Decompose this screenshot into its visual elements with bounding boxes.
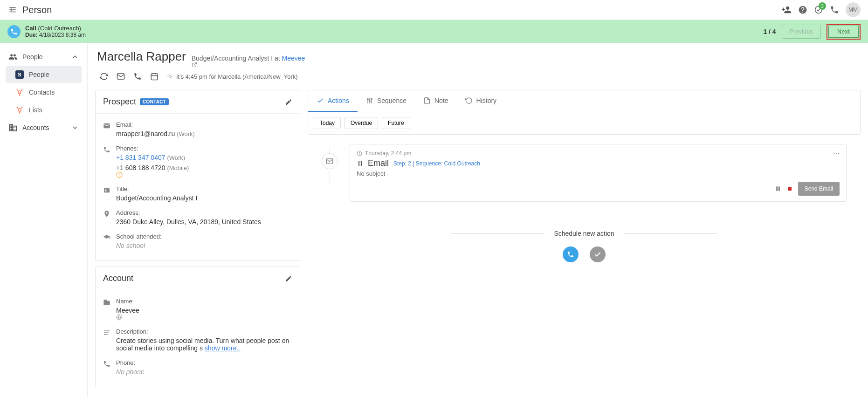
account-title: Account — [103, 274, 133, 283]
sequence-icon — [357, 160, 363, 167]
svg-line-33 — [168, 78, 169, 78]
badge-icon — [103, 186, 111, 194]
tasks-icon[interactable]: 3 — [814, 5, 823, 14]
add-person-icon[interactable] — [781, 5, 792, 15]
external-link-icon[interactable] — [192, 62, 308, 68]
sidebar-people-label: People — [22, 53, 43, 61]
svg-rect-22 — [151, 74, 158, 80]
action-time: Thursday, 2:44 pm — [365, 150, 411, 157]
action-step[interactable]: Step: 2 | Sequence: Cold Outreach — [393, 160, 480, 167]
hubspot-icon — [15, 105, 24, 115]
svg-line-20 — [194, 63, 197, 66]
more-icon[interactable]: ⋯ — [833, 150, 840, 157]
email-icon[interactable] — [117, 72, 125, 81]
school-label: School attended: — [116, 233, 292, 240]
chevron-down-icon — [71, 124, 79, 131]
school-value: No school — [116, 242, 145, 249]
phone1-value[interactable]: +1 831 347 0407 — [116, 154, 165, 161]
svg-rect-39 — [105, 190, 106, 192]
person-name: Marcella Rapper — [97, 49, 186, 64]
stop-icon[interactable] — [787, 186, 792, 192]
svg-line-11 — [21, 90, 21, 91]
svg-line-10 — [18, 90, 19, 91]
email-icon — [103, 122, 111, 130]
desc-label: Description: — [116, 328, 292, 335]
action-item: ⋯ Thursday, 2:44 pm Email Step: 2 | Sequ… — [350, 144, 847, 202]
phone-icon — [103, 146, 111, 153]
schedule-call-button[interactable] — [563, 246, 579, 262]
sidebar-contacts-label: Contacts — [29, 89, 55, 96]
tab-sequence[interactable]: Sequence — [358, 90, 415, 112]
tab-note[interactable]: Note — [415, 90, 457, 112]
svg-rect-56 — [776, 186, 777, 191]
title-value: Budget/Accounting Analyst I — [116, 194, 292, 202]
menu-collapse-icon[interactable] — [7, 6, 18, 14]
sidebar-item-lists[interactable]: Lists — [6, 102, 82, 118]
edit-icon[interactable] — [285, 98, 292, 106]
due-date: 4/18/2023 8:38 am — [39, 32, 86, 38]
hubspot-icon — [15, 88, 24, 97]
help-icon[interactable] — [798, 5, 807, 14]
edit-icon[interactable] — [285, 275, 292, 282]
phone2-meta: (Mobile) — [167, 164, 189, 171]
call-icon — [7, 25, 21, 38]
phone-icon[interactable] — [830, 5, 839, 14]
send-email-button[interactable]: Send Email — [798, 182, 840, 196]
chevron-up-icon — [71, 53, 79, 61]
task-banner: Call (Cold Outreach) Due: 4/18/2023 8:38… — [0, 20, 868, 43]
filter-future[interactable]: Future — [382, 117, 410, 129]
user-avatar[interactable]: MM — [846, 2, 861, 17]
pause-icon[interactable] — [775, 185, 781, 192]
phone-icon — [103, 360, 111, 368]
prospect-card: Prospect CONTACT Email: mrapper1@narod.r… — [95, 90, 300, 261]
sidebar-accounts-label: Accounts — [22, 124, 49, 131]
tasks-badge: 3 — [819, 2, 826, 10]
svg-point-49 — [369, 101, 371, 102]
sidebar-group-accounts[interactable]: Accounts — [4, 119, 83, 136]
sidebar-lists-label: Lists — [29, 106, 42, 114]
svg-rect-57 — [778, 186, 779, 191]
title-label: Title: — [116, 185, 292, 192]
action-subject: No subject - — [357, 170, 840, 177]
svg-line-17 — [18, 108, 19, 109]
globe-icon[interactable] — [116, 314, 292, 321]
svg-point-48 — [367, 99, 369, 100]
email-value: mrapper1@narod.ru — [116, 130, 175, 137]
sync-icon[interactable] — [100, 72, 108, 81]
sidebar-item-contacts[interactable]: Contacts — [6, 84, 82, 101]
account-phone-label: Phone: — [116, 359, 292, 366]
tab-history[interactable]: History — [457, 90, 505, 112]
next-button-highlight: Next — [827, 24, 861, 40]
phone-icon[interactable] — [133, 72, 142, 81]
building-icon — [103, 299, 111, 306]
svg-line-34 — [172, 75, 172, 75]
previous-button[interactable]: Previous — [782, 25, 821, 39]
location-icon — [103, 210, 111, 218]
due-label: Due: — [25, 32, 38, 38]
action-title: Email — [368, 158, 389, 168]
svg-point-26 — [169, 75, 172, 78]
account-name-value: Meevee — [116, 307, 139, 314]
phones-label: Phones: — [116, 145, 292, 152]
page-title: Person — [22, 5, 52, 15]
sidebar-group-people[interactable]: People — [4, 48, 83, 65]
tab-actions[interactable]: Actions — [308, 90, 358, 112]
company-link[interactable]: Meevee — [282, 55, 305, 62]
sidebar-item-people[interactable]: S People — [6, 66, 82, 83]
warning-icon — [116, 171, 292, 178]
account-phone-value: No phone — [116, 368, 145, 376]
svg-line-29 — [168, 75, 169, 75]
calendar-icon[interactable] — [150, 72, 158, 81]
filter-overdue[interactable]: Overdue — [344, 117, 378, 129]
filter-today[interactable]: Today — [314, 117, 341, 129]
prospect-title: Prospect — [103, 97, 136, 107]
schedule-task-button[interactable] — [590, 246, 606, 262]
svg-rect-38 — [104, 188, 110, 192]
address-value: 2360 Duke Alley, Dulles, VA, 20189, Unit… — [116, 218, 292, 226]
banner-context: (Cold Outreach) — [38, 25, 81, 32]
activity-card: Actions Sequence Note History — [308, 90, 861, 135]
show-more-link[interactable]: show more.. — [205, 344, 240, 352]
sidebar-people-item-label: People — [29, 71, 49, 78]
next-button[interactable]: Next — [828, 26, 859, 38]
banner-title: Call — [25, 25, 36, 32]
